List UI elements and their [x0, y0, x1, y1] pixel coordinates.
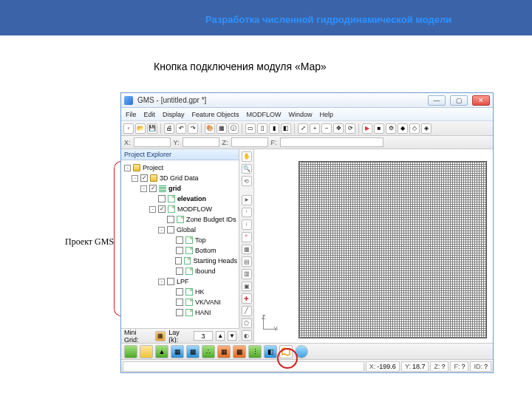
module-tin-icon[interactable]: [124, 345, 137, 358]
expander-icon[interactable]: -: [158, 227, 165, 233]
tool-icon[interactable]: ▦: [216, 123, 227, 134]
checkbox[interactable]: [176, 236, 183, 244]
run-icon[interactable]: ▶: [362, 123, 372, 134]
v-zoom-icon[interactable]: 🔍: [242, 164, 252, 174]
tree-node[interactable]: Bottom: [123, 245, 237, 256]
checkbox[interactable]: [167, 226, 174, 233]
expander-icon[interactable]: -: [124, 165, 131, 171]
menu-edit[interactable]: Edit: [144, 111, 156, 118]
zoom-fit-icon[interactable]: ⤢: [298, 123, 308, 134]
coord-z-input[interactable]: [231, 137, 268, 147]
checkbox[interactable]: [158, 195, 166, 202]
print-icon[interactable]: 🖨: [164, 123, 174, 134]
menu-feature-objects[interactable]: Feature Objects: [192, 111, 239, 118]
v-tool-icon[interactable]: ◐: [242, 330, 252, 341]
coord-y-input[interactable]: [183, 137, 219, 147]
module-2dgrid-icon[interactable]: ▩: [186, 345, 200, 358]
module-ugrid-icon[interactable]: ◧: [264, 345, 277, 358]
module-3dmesh-icon[interactable]: ▦: [217, 345, 231, 358]
tree-node[interactable]: elevation: [123, 194, 237, 204]
checkbox[interactable]: [176, 267, 183, 275]
expander-icon[interactable]: -: [158, 279, 165, 285]
tree-node[interactable]: -Global: [123, 225, 237, 235]
checkbox[interactable]: [167, 278, 174, 285]
maximize-button[interactable]: ▢: [450, 95, 468, 106]
pan-icon[interactable]: ✥: [333, 123, 344, 134]
checkbox[interactable]: [140, 174, 148, 182]
checkbox[interactable]: [176, 299, 183, 306]
module-2dmesh-icon[interactable]: ▦: [171, 345, 184, 358]
tree-node[interactable]: -MODFLOW: [123, 204, 237, 214]
lay-up-button[interactable]: ▲: [216, 331, 225, 341]
view-plan-icon[interactable]: ▭: [245, 123, 256, 134]
module-2dscatter-icon[interactable]: ∴: [202, 345, 215, 358]
v-hand-icon[interactable]: ✋: [242, 151, 252, 162]
open-icon[interactable]: 📂: [135, 123, 146, 134]
undo-icon[interactable]: ↶: [176, 123, 186, 134]
module-borehole-icon[interactable]: [140, 345, 153, 358]
info-icon[interactable]: ⓘ: [228, 123, 239, 134]
tree-node[interactable]: -LPF: [123, 276, 237, 287]
redo-icon[interactable]: ↷: [188, 123, 198, 134]
menu-display[interactable]: Display: [163, 111, 185, 118]
v-select-j-icon[interactable]: ᴶ: [242, 219, 252, 230]
checkbox[interactable]: [176, 288, 183, 296]
tool-b-icon[interactable]: ◇: [409, 123, 420, 134]
checkbox[interactable]: [149, 185, 157, 192]
v-select-i-icon[interactable]: ᴵ: [242, 208, 252, 218]
new-icon[interactable]: ▫: [123, 123, 134, 134]
coord-f-input[interactable]: [280, 137, 383, 147]
coord-x-input[interactable]: [134, 137, 171, 147]
checkbox[interactable]: [158, 205, 166, 213]
save-icon[interactable]: 💾: [147, 123, 157, 134]
tree-node[interactable]: Ibound: [123, 266, 237, 276]
checkbox[interactable]: [176, 247, 183, 254]
tool-a-icon[interactable]: ◆: [398, 123, 408, 134]
minimize-button[interactable]: —: [428, 95, 446, 106]
view-oblique-icon[interactable]: ◧: [281, 123, 291, 134]
menu-modflow[interactable]: MODFLOW: [247, 111, 282, 118]
v-select-k-icon[interactable]: ᴷ: [242, 232, 252, 242]
tree-node[interactable]: Starting Heads: [123, 256, 237, 266]
tree-node[interactable]: -3D Grid Data: [123, 173, 237, 183]
tree-node[interactable]: HK: [123, 287, 237, 297]
zoom-in-icon[interactable]: +: [310, 123, 320, 134]
checkbox[interactable]: [167, 216, 174, 223]
zoom-out-icon[interactable]: −: [321, 123, 332, 134]
mini-grid-icon[interactable]: ▦: [155, 331, 166, 341]
canvas-viewport[interactable]: Z Y: [254, 149, 493, 343]
v-point-icon[interactable]: ✚: [242, 293, 252, 304]
view-front-icon[interactable]: ▯: [257, 123, 267, 134]
tree-node[interactable]: VK/VANI: [123, 297, 237, 307]
module-3dscatter-icon[interactable]: ⋮: [248, 345, 262, 358]
tree-node[interactable]: HANI: [123, 307, 237, 318]
v-rotate-icon[interactable]: ⟲: [242, 176, 252, 186]
v-select-icon[interactable]: ➤: [242, 195, 252, 205]
tree-node[interactable]: -Project: [123, 163, 237, 173]
view-side-icon[interactable]: ▮: [269, 123, 279, 134]
v-select-col-icon[interactable]: ▥: [242, 269, 252, 279]
stop-icon[interactable]: ■: [374, 123, 384, 134]
v-select-row-icon[interactable]: ▤: [242, 256, 252, 267]
module-3dgrid-icon[interactable]: ▩: [233, 345, 246, 358]
checkbox[interactable]: [175, 257, 182, 265]
tree-node[interactable]: Top: [123, 235, 237, 245]
menu-help[interactable]: Help: [320, 111, 334, 118]
lay-input[interactable]: [194, 331, 213, 341]
expander-icon[interactable]: -: [140, 185, 147, 192]
v-select-cell-icon[interactable]: ▦: [242, 245, 252, 255]
title-bar[interactable]: GMS - [untitled.gpr *] — ▢ ✕: [121, 93, 493, 108]
tree-node[interactable]: Zone Budget IDs: [123, 214, 237, 225]
settings-icon[interactable]: ⚙: [386, 123, 396, 134]
menu-window[interactable]: Window: [289, 111, 313, 118]
menu-file[interactable]: File: [126, 111, 137, 118]
expander-icon[interactable]: -: [132, 175, 138, 182]
v-line-icon[interactable]: ╱: [242, 306, 252, 316]
tree-node[interactable]: -grid: [123, 183, 237, 194]
project-tree[interactable]: -Project-3D Grid Data-gridelevation-MODF…: [121, 160, 239, 328]
tool-c-icon[interactable]: ◈: [421, 123, 432, 134]
palette-icon[interactable]: 🎨: [205, 123, 215, 134]
close-button[interactable]: ✕: [472, 95, 490, 106]
v-select-layer-icon[interactable]: ▣: [242, 282, 252, 292]
lay-down-button[interactable]: ▼: [228, 331, 236, 341]
